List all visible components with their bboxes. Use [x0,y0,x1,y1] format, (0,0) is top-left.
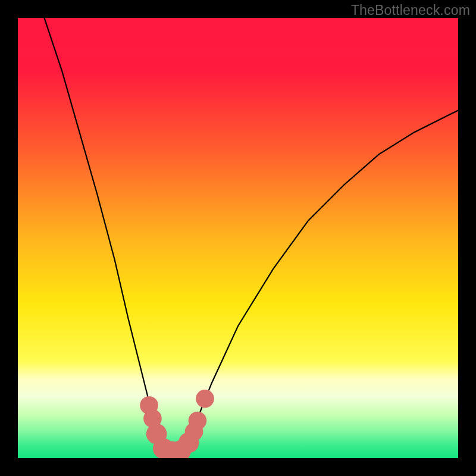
chart-frame: TheBottleneck.com [0,0,476,476]
marker-point [196,390,214,408]
watermark-text: TheBottleneck.com [351,2,470,18]
marker-point [189,412,207,430]
chart-background [18,18,458,458]
bottleneck-chart [18,18,458,458]
